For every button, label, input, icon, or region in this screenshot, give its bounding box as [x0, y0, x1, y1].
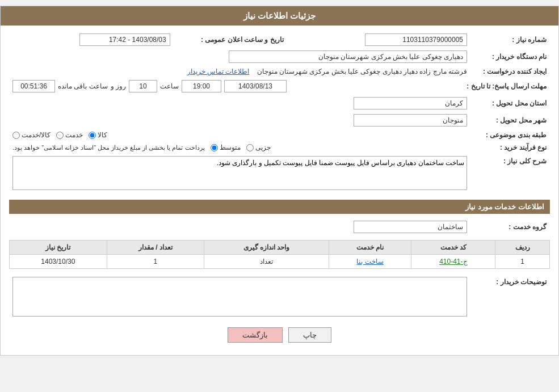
category-radio-kala[interactable] [89, 132, 96, 139]
buyer-notes-label: توضیحات خریدار : [470, 275, 550, 321]
footer-buttons: چاپ بازگشت [9, 321, 550, 349]
category-label: طبقه بندی موضوعی : [470, 129, 550, 141]
page-title: جزئیات اطلاعات نیاز [243, 11, 316, 20]
category-option-kala: کالا [89, 131, 107, 139]
city-label: شهر محل تحویل : [470, 112, 550, 129]
service-group-label: گروه خدمت : [470, 218, 550, 235]
announce-date-value [9, 31, 174, 48]
buyer-notes-label-text: توضیحات خریدار : [496, 278, 547, 286]
deadline-date-input[interactable] [224, 80, 287, 92]
process-jozii-label: جزیی [255, 144, 271, 151]
deadline-time-row: 00:51:36 ساعت باقی مانده روز و ساعت [12, 80, 460, 92]
services-section-title: اطلاعات خدمات مورد نیاز [9, 200, 550, 214]
process-note: پرداخت تمام یا بخشی از مبلغ خریداز محل "… [12, 144, 205, 151]
deadline-row: 00:51:36 ساعت باقی مانده روز و ساعت [9, 78, 463, 95]
service-group-table: گروه خدمت : [9, 218, 550, 235]
deadline-label: مهلت ارسال پاسخ: تا تاریخ : [463, 78, 550, 95]
back-button[interactable]: بازگشت [228, 327, 283, 343]
need-number-value [287, 31, 470, 48]
announce-date-label: تاریخ و ساعت اعلان عمومی : [174, 31, 287, 48]
page-container: جزئیات اطلاعات نیاز شماره نیاز : تاریخ و… [0, 6, 559, 356]
category-radio-kala-khedmat[interactable] [12, 132, 20, 139]
description-value: ساخت ساختمان دهیاری براساس فایل پیوست ضم… [9, 154, 470, 194]
buyer-org-input[interactable] [229, 50, 467, 63]
creator-value: فرشته مارچ زاده دهیار دهیاری چغوکی علیا … [9, 65, 470, 78]
description-label-text: شرح کلی نیاز : [503, 157, 547, 165]
col-header-row: ردیف [495, 241, 550, 255]
process-option-motavasset: متوسط [211, 144, 241, 151]
service-code-link[interactable]: ج-41-410 [439, 258, 467, 265]
content-area: شماره نیاز : تاریخ و ساعت اعلان عمومی : … [1, 26, 558, 355]
service-group-value [9, 218, 470, 235]
category-kala-label: کالا [98, 131, 107, 139]
info-table-row3: ایجاد کننده درخواست : فرشته مارچ زاده ده… [9, 65, 550, 78]
col-header-qty: تعداد / مقدار [107, 241, 204, 255]
category-kala-khedmat-label: کالا/خدمت [22, 131, 51, 139]
description-label: شرح کلی نیاز : [470, 154, 550, 194]
province-label: استان محل تحویل : [470, 95, 550, 112]
deadline-time-input[interactable] [182, 80, 221, 92]
process-radio-motavasset[interactable] [211, 144, 218, 151]
table-row: 1 ج-41-410 ساخت بنا تعداد 1 1403/10/30 [10, 255, 550, 269]
row-name: ساخت بنا [329, 255, 411, 269]
process-label: نوع فرآیند خرید : [470, 141, 550, 154]
service-group-input[interactable] [354, 221, 467, 233]
countdown-display: 00:51:36 [12, 80, 55, 92]
buyer-notes-table: توضیحات خریدار : [9, 275, 550, 321]
category-radio-khedmat[interactable] [56, 132, 64, 139]
row-unit: تعداد [204, 255, 329, 269]
row-number: 1 [495, 255, 550, 269]
page-header: جزئیات اطلاعات نیاز [1, 6, 558, 26]
row-code: ج-41-410 [411, 255, 495, 269]
info-table-description: شرح کلی نیاز : ساخت ساختمان دهیاری براسا… [9, 154, 550, 194]
process-type-row: پرداخت تمام یا بخشی از مبلغ خریداز محل "… [12, 144, 467, 151]
row-date: 1403/10/30 [10, 255, 107, 269]
info-table-row1: شماره نیاز : تاریخ و ساعت اعلان عمومی : [9, 31, 550, 48]
time-label: ساعت [160, 82, 179, 90]
description-textarea[interactable]: ساخت ساختمان دهیاری براساس فایل پیوست ضم… [12, 156, 467, 190]
creator-label: ایجاد کننده درخواست : [470, 65, 550, 78]
remaining-label: ساعت باقی مانده [58, 82, 108, 90]
process-radio-jozii[interactable] [246, 144, 254, 151]
province-value [9, 95, 470, 112]
category-radio-group: کالا/خدمت خدمت کالا [12, 131, 467, 139]
days-label: روز و [111, 82, 126, 90]
col-header-unit: واحد اندازه گیری [204, 241, 329, 255]
process-option-jozii: جزیی [246, 144, 271, 151]
category-radios: کالا/خدمت خدمت کالا [9, 129, 470, 141]
process-row: پرداخت تمام یا بخشی از مبلغ خریداز محل "… [9, 141, 470, 154]
info-table-row7: طبقه بندی موضوعی : کالا/خدمت خدمت کالا [9, 129, 550, 141]
buyer-notes-value [9, 275, 470, 321]
creator-text: فرشته مارچ زاده دهیار دهیاری چغوکی علیا … [257, 68, 467, 75]
province-input[interactable] [354, 97, 467, 109]
deadline-days-input[interactable] [129, 80, 157, 92]
need-number-label: شماره نیاز : [470, 31, 550, 48]
info-table-row6: شهر محل تحویل : [9, 112, 550, 129]
col-header-name: نام خدمت [329, 241, 411, 255]
row-qty: 1 [107, 255, 204, 269]
services-table: ردیف کد خدمت نام خدمت واحد اندازه گیری ت… [9, 240, 550, 269]
info-table-row2: نام دستگاه خریدار : [9, 48, 550, 65]
print-button[interactable]: چاپ [288, 327, 331, 343]
process-motavasset-label: متوسط [220, 144, 241, 151]
info-table-row5: استان محل تحویل : [9, 95, 550, 112]
info-table-row4: مهلت ارسال پاسخ: تا تاریخ : 00:51:36 ساع… [9, 78, 550, 95]
buyer-notes-textarea[interactable] [12, 277, 467, 317]
announce-date-input[interactable] [79, 33, 170, 46]
buyer-org-label: نام دستگاه خریدار : [470, 48, 550, 65]
buyer-org-value [9, 48, 470, 65]
col-header-date: تاریخ نیاز [10, 241, 107, 255]
need-number-input[interactable] [365, 33, 467, 46]
category-option-kala-khedmat: کالا/خدمت [12, 131, 51, 139]
city-input[interactable] [354, 114, 467, 127]
service-name-link[interactable]: ساخت بنا [356, 258, 383, 265]
category-option-khedmat: خدمت [56, 131, 83, 139]
info-table-row8: نوع فرآیند خرید : پرداخت تمام یا بخشی از… [9, 141, 550, 154]
city-value [9, 112, 470, 129]
col-header-code: کد خدمت [411, 241, 495, 255]
contact-link[interactable]: اطلاعات تماس خریدار [187, 68, 250, 75]
category-khedmat-label: خدمت [65, 131, 83, 139]
